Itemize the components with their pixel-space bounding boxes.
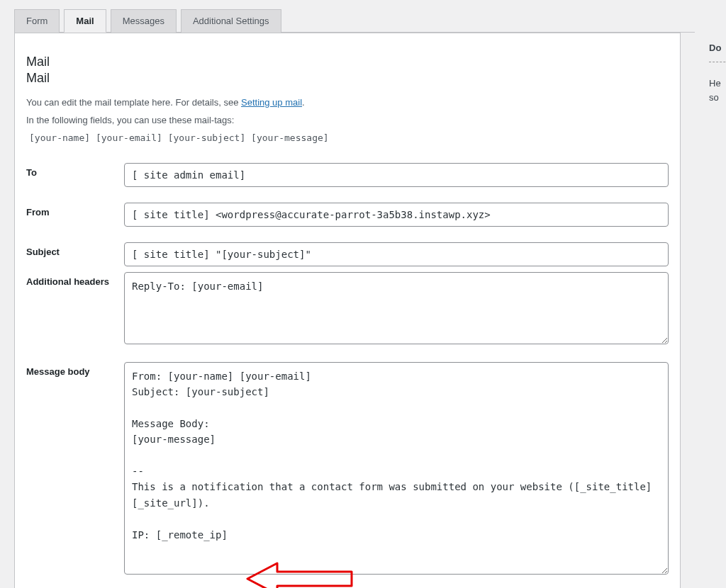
intro-text: You can edit the mail template here. For… (26, 96, 669, 111)
tab-messages[interactable]: Messages (111, 9, 177, 33)
label-additional-headers: Additional headers (26, 272, 124, 287)
section-title: Mail (26, 55, 669, 69)
label-subject: Subject (26, 242, 124, 257)
message-body-input[interactable] (124, 362, 669, 575)
sidebar-panel: Do He so (709, 0, 726, 588)
sidebar-text-2: so (709, 92, 719, 103)
subject-input[interactable] (124, 242, 669, 266)
to-input[interactable] (124, 163, 669, 187)
label-message-body: Message body (26, 362, 124, 377)
mailtags-intro: In the following fields, you can use the… (26, 113, 669, 128)
tab-form[interactable]: Form (14, 9, 60, 33)
mail-panel: Mail Mail You can edit the mail template… (14, 33, 681, 588)
tab-additional-settings[interactable]: Additional Settings (181, 9, 281, 33)
nav-tabs: Form Mail Messages Additional Settings (14, 9, 695, 33)
label-to: To (26, 163, 124, 178)
setting-up-mail-link[interactable]: Setting up mail (241, 97, 302, 108)
additional-headers-input[interactable] (124, 272, 669, 344)
section-subtitle: Mail (26, 71, 669, 86)
label-from: From (26, 203, 124, 217)
mailtags-list: [your-name] [your-email] [your-subject] … (29, 132, 669, 143)
tab-mail[interactable]: Mail (64, 9, 106, 33)
sidebar-text-1: He (709, 78, 721, 89)
sidebar-heading: Do (709, 43, 726, 53)
from-input[interactable] (124, 203, 669, 227)
